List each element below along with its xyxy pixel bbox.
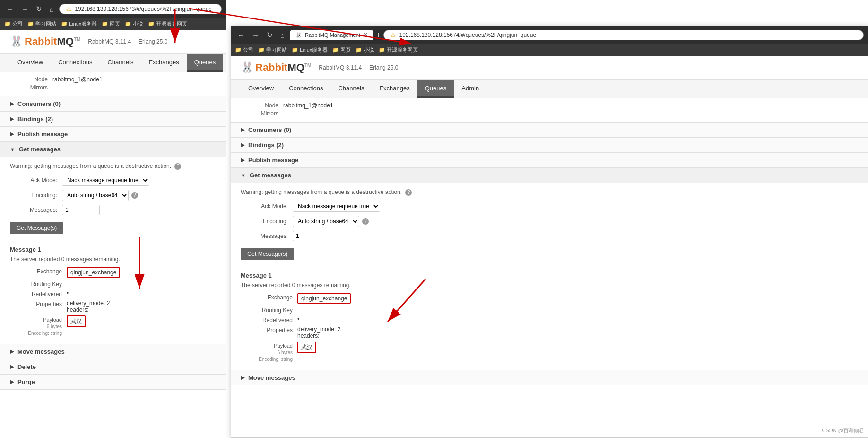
right-messages-input[interactable] bbox=[293, 231, 330, 241]
left-bk-study-icon: 📁 bbox=[27, 21, 34, 27]
right-encoding-select[interactable]: Auto string / base64 bbox=[293, 216, 359, 227]
right-payload-value: 武汉 bbox=[297, 342, 316, 353]
right-bk-novel-icon: 📁 bbox=[356, 47, 362, 53]
right-forward-btn[interactable]: → bbox=[250, 30, 261, 40]
left-home-btn[interactable]: ⌂ bbox=[47, 4, 56, 14]
right-nav-exchanges[interactable]: Exchanges bbox=[372, 80, 417, 98]
right-bk-novel[interactable]: 📁小说 bbox=[356, 46, 374, 53]
right-get-messages-button[interactable]: Get Message(s) bbox=[241, 248, 294, 260]
left-bk-web[interactable]: 📁网页 bbox=[102, 20, 120, 27]
right-consumers-section-header[interactable]: ▶ Consumers (0) bbox=[231, 123, 868, 138]
left-properties-delivery: delivery_mode: 2 bbox=[67, 300, 110, 307]
left-address-bar[interactable]: ⚠ 192.168.130.128:15673/#/queues/%2F/qin… bbox=[59, 4, 222, 14]
right-nav-admin[interactable]: Admin bbox=[454, 80, 486, 98]
right-tab-close[interactable]: ✕ bbox=[363, 32, 368, 38]
right-get-help-icon[interactable]: ? bbox=[405, 189, 412, 196]
right-ack-mode-select[interactable]: Nack message requeue true bbox=[293, 201, 380, 212]
right-bk-study-label: 学习网站 bbox=[266, 46, 287, 53]
left-payload-encoding: Encoding: string bbox=[28, 331, 62, 336]
left-payload-label: Payload 6 bytes Encoding: string bbox=[10, 315, 62, 336]
right-move-label: Move messages bbox=[248, 374, 295, 381]
right-bk-company-label: 公司 bbox=[243, 46, 253, 53]
left-nav-queues[interactable]: Queues bbox=[187, 54, 224, 72]
left-delete-section-header[interactable]: ▶ Delete bbox=[0, 359, 226, 375]
right-get-section-body: Warning: getting messages from a queue i… bbox=[231, 183, 868, 266]
left-payload-title: Payload bbox=[43, 317, 62, 323]
right-bk-web[interactable]: 📁网页 bbox=[332, 46, 351, 53]
left-node-row: Node rabbitmq_1@node1 bbox=[10, 76, 216, 83]
left-bk-opensource-icon: 📁 bbox=[148, 21, 155, 27]
left-consumers-section-header[interactable]: ▶ Consumers (0) bbox=[0, 96, 226, 112]
left-bk-company[interactable]: 📁公司 bbox=[4, 20, 23, 27]
left-ack-mode-select[interactable]: Nack message requeue true bbox=[62, 175, 149, 186]
right-bk-study[interactable]: 📁学习网站 bbox=[258, 46, 287, 53]
left-publish-section-header[interactable]: ▶ Publish message bbox=[0, 127, 226, 142]
left-redelivered-row: Redelivered • bbox=[10, 290, 216, 298]
right-tm: TM bbox=[304, 63, 311, 68]
right-nav-channels[interactable]: Channels bbox=[330, 80, 372, 98]
left-warning-icon: ⚠ bbox=[66, 6, 71, 12]
left-purge-section-header[interactable]: ▶ Purge bbox=[0, 375, 226, 390]
right-move-section-header[interactable]: ▶ Move messages bbox=[231, 370, 868, 385]
right-bindings-section-header[interactable]: ▶ Bindings (2) bbox=[231, 138, 868, 153]
right-warning-icon: ⚠ bbox=[391, 32, 396, 38]
right-publish-section-header[interactable]: ▶ Publish message bbox=[231, 153, 868, 168]
csdn-watermark: CSDN @百慕倾君 bbox=[822, 427, 864, 434]
right-bk-opensource[interactable]: 📁开源服务网页 bbox=[379, 46, 418, 53]
right-redelivered-label: Redelivered bbox=[241, 316, 293, 324]
right-bk-study-icon: 📁 bbox=[258, 47, 265, 53]
left-delete-label: Delete bbox=[17, 363, 36, 370]
right-encoding-help-icon[interactable]: ? bbox=[362, 218, 369, 225]
left-messages-label: Messages: bbox=[10, 207, 57, 213]
right-bk-company[interactable]: 📁公司 bbox=[235, 46, 253, 53]
left-rmq-nav: Overview Connections Channels Exchanges … bbox=[0, 54, 226, 72]
left-get-label: Get messages bbox=[19, 146, 61, 153]
left-nav-overview[interactable]: Overview bbox=[10, 54, 51, 72]
left-bk-linux[interactable]: 📁Linux服务器 bbox=[61, 20, 97, 27]
right-bk-company-icon: 📁 bbox=[235, 47, 242, 53]
right-new-tab-btn[interactable]: + bbox=[376, 31, 381, 39]
right-nav-queues[interactable]: Queues bbox=[417, 80, 454, 98]
right-mirrors-label: Mirrors bbox=[241, 110, 278, 117]
left-titlebar: ← → ↻ ⌂ ⚠ 192.168.130.128:15673/#/queues… bbox=[0, 0, 226, 18]
right-nav-overview[interactable]: Overview bbox=[241, 80, 281, 98]
right-routing-key-label: Routing Key bbox=[241, 306, 293, 314]
left-encoding-help-icon[interactable]: ? bbox=[131, 192, 138, 199]
left-refresh-btn[interactable]: ↻ bbox=[34, 4, 44, 14]
left-get-section-header[interactable]: ▼ Get messages bbox=[0, 142, 226, 157]
left-nav-channels[interactable]: Channels bbox=[100, 54, 141, 72]
left-bindings-section-header[interactable]: ▶ Bindings (2) bbox=[0, 112, 226, 127]
left-publish-arrow: ▶ bbox=[10, 131, 14, 137]
right-address-bar[interactable]: ⚠ 192.168.130.128:15674/#/queues/%2F/qin… bbox=[383, 30, 864, 40]
right-home-btn[interactable]: ⌂ bbox=[278, 30, 287, 40]
left-get-help-icon[interactable]: ? bbox=[174, 163, 181, 170]
right-get-label: Get messages bbox=[250, 172, 291, 179]
left-get-messages-button[interactable]: Get Message(s) bbox=[10, 222, 63, 234]
left-payload-bytes: 6 bytes bbox=[47, 324, 62, 329]
left-bk-novel[interactable]: 📁小说 bbox=[125, 20, 143, 27]
right-nav-connections[interactable]: Connections bbox=[281, 80, 330, 98]
right-refresh-btn[interactable]: ↻ bbox=[264, 30, 275, 40]
right-bk-linux[interactable]: 📁Linux服务器 bbox=[292, 46, 328, 53]
right-message-title: Message 1 bbox=[241, 272, 858, 279]
right-get-section-header[interactable]: ▼ Get messages bbox=[231, 168, 868, 183]
left-messages-input[interactable] bbox=[62, 205, 100, 215]
left-payload-value: 武汉 bbox=[67, 315, 86, 327]
right-publish-label: Publish message bbox=[248, 157, 298, 164]
right-payload-row: Payload 6 bytes Encoding: string 武汉 bbox=[241, 342, 858, 362]
left-payload-row: Payload 6 bytes Encoding: string 武汉 bbox=[10, 315, 216, 336]
left-forward-btn[interactable]: → bbox=[19, 4, 31, 14]
left-move-section-header[interactable]: ▶ Move messages bbox=[0, 344, 226, 359]
left-nav-connections[interactable]: Connections bbox=[51, 54, 100, 72]
right-bk-opensource-label: 开源服务网页 bbox=[387, 46, 418, 53]
left-bk-opensource[interactable]: 📁开源服务网页 bbox=[148, 20, 187, 27]
right-back-btn[interactable]: ← bbox=[235, 30, 247, 40]
left-nav-exchanges[interactable]: Exchanges bbox=[141, 54, 186, 72]
right-properties-headers: headers: bbox=[297, 333, 320, 339]
right-messages-label: Messages: bbox=[241, 233, 288, 239]
left-encoding-select[interactable]: Auto string / base64 bbox=[62, 190, 129, 201]
left-bk-study[interactable]: 📁学习网站 bbox=[27, 20, 56, 27]
right-active-tab[interactable]: 🐰 RabbitMQ Management ✕ bbox=[290, 30, 373, 40]
left-back-btn[interactable]: ← bbox=[4, 4, 16, 14]
left-redelivered-label: Redelivered bbox=[10, 290, 62, 298]
